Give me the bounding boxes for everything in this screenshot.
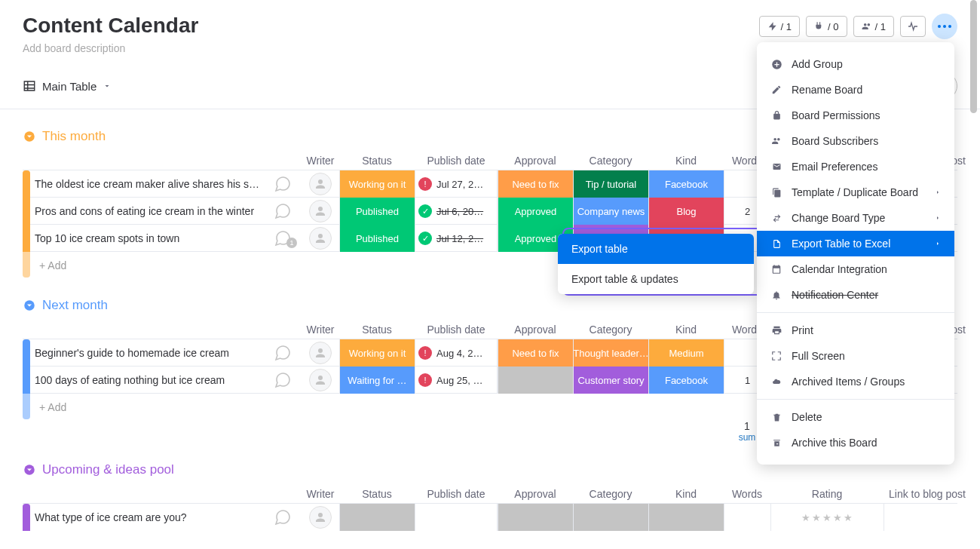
writer-cell[interactable]	[302, 227, 339, 250]
column-header-writer[interactable]: Writer	[302, 485, 339, 503]
menu-item-export-table-to-excel[interactable]: Export Table to Excel	[757, 231, 954, 256]
table-row[interactable]: What type of ice cream are you?★★★★★	[23, 503, 957, 530]
submenu-item-export-table-updates[interactable]: Export table & updates	[558, 264, 754, 294]
chat-icon[interactable]	[264, 342, 302, 364]
menu-item-print[interactable]: Print	[757, 317, 954, 343]
item-name[interactable]: 100 days of eating nothing but ice cream	[30, 374, 264, 386]
approval-cell[interactable]	[498, 367, 573, 394]
item-name[interactable]: Beginner's guide to homemade ice cream	[30, 347, 264, 359]
kind-cell[interactable]	[648, 504, 724, 531]
people-indicator[interactable]: / 1	[853, 16, 894, 37]
column-header-status[interactable]: Status	[339, 321, 415, 339]
group-collapse-toggle[interactable]	[23, 130, 36, 143]
column-header-publish_date[interactable]: Publish date	[415, 321, 498, 339]
kind-cell[interactable]: Medium	[648, 339, 724, 367]
scrollbar[interactable]	[970, 0, 977, 549]
group-name[interactable]: Upcoming & ideas pool	[42, 462, 174, 477]
writer-cell[interactable]	[302, 173, 339, 195]
publish-date-cell[interactable]: !Aug 4, 2…	[415, 339, 498, 367]
chat-icon[interactable]	[264, 369, 302, 391]
column-header-kind[interactable]: Kind	[648, 485, 724, 503]
column-header-kind[interactable]: Kind	[648, 152, 724, 170]
column-header-approval[interactable]: Approval	[498, 485, 573, 503]
menu-item-change-board-type[interactable]: Change Board Type	[757, 205, 954, 231]
kind-cell[interactable]: Facebook	[648, 170, 724, 198]
menu-item-delete[interactable]: Delete	[757, 404, 954, 430]
group-collapse-toggle[interactable]	[23, 463, 36, 477]
column-header-name[interactable]	[30, 158, 264, 164]
menu-item-template-duplicate-board[interactable]: Template / Duplicate Board	[757, 179, 954, 205]
chat-icon[interactable]	[264, 200, 302, 222]
publish-date-cell[interactable]	[415, 504, 498, 531]
category-cell[interactable]: Company news	[573, 198, 648, 225]
menu-item-rename-board[interactable]: Rename Board	[757, 77, 954, 103]
category-cell[interactable]: Tip / tutorial	[573, 170, 648, 198]
board-description[interactable]: Add board description	[23, 42, 198, 54]
item-name[interactable]: Top 10 ice cream spots in town	[30, 232, 264, 244]
column-header-status[interactable]: Status	[339, 152, 415, 170]
category-cell[interactable]: Customer story	[573, 367, 648, 394]
menu-item-calendar-integration[interactable]: Calendar Integration	[757, 256, 954, 282]
column-header-category[interactable]: Category	[573, 321, 648, 339]
publish-date-cell[interactable]: !Jul 27, 2…	[415, 170, 498, 198]
column-header-publish_date[interactable]: Publish date	[415, 152, 498, 170]
item-name[interactable]: Pros and cons of eating ice cream in the…	[30, 205, 264, 217]
column-header-category[interactable]: Category	[573, 152, 648, 170]
column-header-link[interactable]: Link to blog post	[884, 485, 971, 503]
publish-date-cell[interactable]: ✓Jul 6, 20…	[415, 198, 498, 225]
column-header-name[interactable]	[30, 491, 264, 497]
writer-cell[interactable]	[302, 506, 339, 529]
column-header-writer[interactable]: Writer	[302, 152, 339, 170]
words-cell[interactable]	[724, 504, 770, 531]
column-header-words[interactable]: Words	[724, 485, 770, 503]
kind-cell[interactable]: Facebook	[648, 367, 724, 394]
item-name[interactable]: The oldest ice cream maker alive shares …	[30, 178, 264, 190]
rating-cell[interactable]: ★★★★★	[770, 504, 884, 531]
link-cell[interactable]	[884, 504, 971, 531]
column-header-rating[interactable]: Rating	[770, 485, 884, 503]
column-header-publish_date[interactable]: Publish date	[415, 485, 498, 503]
activity-indicator[interactable]	[900, 16, 926, 37]
status-cell[interactable]: Published	[339, 225, 415, 252]
chat-icon[interactable]: 1	[264, 227, 302, 250]
category-cell[interactable]	[573, 504, 648, 531]
menu-item-email-preferences[interactable]: Email Preferences	[757, 154, 954, 179]
column-header-writer[interactable]: Writer	[302, 321, 339, 339]
status-cell[interactable]: Working on it	[339, 339, 415, 367]
menu-item-board-permissions[interactable]: Board Permissions	[757, 103, 954, 128]
status-cell[interactable]: Waiting for …	[339, 367, 415, 394]
automations-indicator[interactable]: / 1	[759, 16, 800, 37]
menu-item-archived-items-groups[interactable]: Archived Items / Groups	[757, 369, 954, 394]
group-name[interactable]: Next month	[42, 298, 108, 313]
board-menu-button[interactable]	[932, 14, 957, 39]
publish-date-cell[interactable]: ✓Jul 12, 2…	[415, 225, 498, 252]
menu-item-board-subscribers[interactable]: Board Subscribers	[757, 128, 954, 154]
submenu-item-export-table[interactable]: Export table	[558, 234, 754, 264]
writer-cell[interactable]	[302, 342, 339, 364]
chat-icon[interactable]	[264, 506, 302, 529]
writer-cell[interactable]	[302, 200, 339, 222]
column-header-category[interactable]: Category	[573, 485, 648, 503]
column-header-approval[interactable]: Approval	[498, 321, 573, 339]
column-header-status[interactable]: Status	[339, 485, 415, 503]
approval-cell[interactable]: Approved	[498, 198, 573, 225]
menu-item-full-screen[interactable]: Full Screen	[757, 343, 954, 369]
view-tab-main-table[interactable]: Main Table	[23, 79, 112, 93]
chat-icon[interactable]	[264, 173, 302, 195]
column-header-approval[interactable]: Approval	[498, 152, 573, 170]
menu-item-archive-this-board[interactable]: Archive this Board	[757, 430, 954, 455]
column-header-kind[interactable]: Kind	[648, 321, 724, 339]
approval-cell[interactable]: Need to fix	[498, 339, 573, 367]
status-cell[interactable]: Working on it	[339, 170, 415, 198]
menu-item-notification-center[interactable]: Notification Center	[757, 282, 954, 308]
writer-cell[interactable]	[302, 369, 339, 391]
publish-date-cell[interactable]: !Aug 25, …	[415, 367, 498, 394]
group-name[interactable]: This month	[42, 129, 106, 144]
approval-cell[interactable]	[498, 504, 573, 531]
category-cell[interactable]: Thought leader…	[573, 339, 648, 367]
status-cell[interactable]: Published	[339, 198, 415, 225]
column-header-name[interactable]	[30, 327, 264, 333]
integrations-indicator[interactable]: / 0	[806, 16, 847, 37]
status-cell[interactable]	[339, 504, 415, 531]
group-collapse-toggle[interactable]	[23, 299, 36, 312]
